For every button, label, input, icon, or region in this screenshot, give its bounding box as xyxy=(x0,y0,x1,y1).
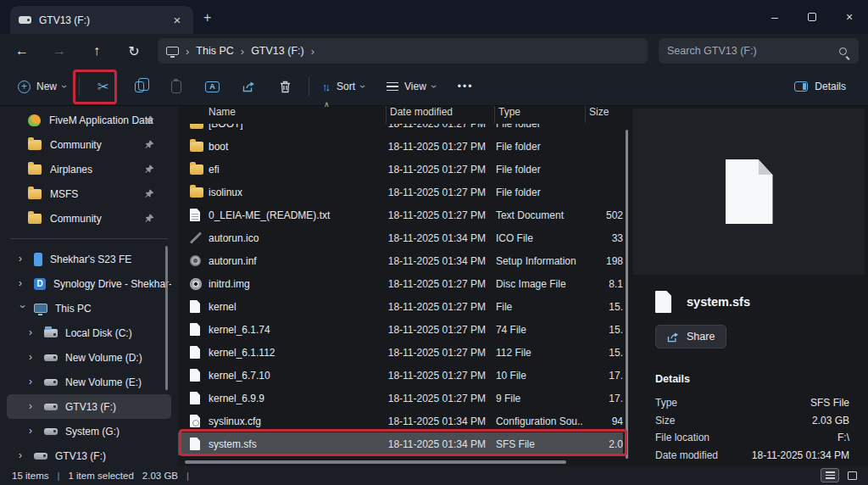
minimize-button[interactable]: – xyxy=(756,0,793,34)
tree-item-local-disk-c[interactable]: ›Local Disk (C:) xyxy=(7,321,171,345)
back-button[interactable]: ← xyxy=(7,37,37,64)
file-row-kernel-6-1-74[interactable]: kernel_6.1.7418-11-2025 01:27 PM74 File1… xyxy=(178,318,623,341)
file-row-efi[interactable]: efi18-11-2025 01:27 PMFile folder xyxy=(178,158,623,181)
folder-icon xyxy=(190,142,209,152)
file-row-syslinux-cfg[interactable]: syslinux.cfg18-11-2025 01:34 PMConfigura… xyxy=(178,410,623,432)
tree-item-new-volume-d[interactable]: ›New Volume (D:) xyxy=(7,345,171,370)
file-row-kernel-6-7-10[interactable]: kernel_6.7.1018-11-2025 01:27 PM10 File1… xyxy=(178,364,623,387)
maximize-button[interactable] xyxy=(793,0,831,34)
chevron-right-icon[interactable]: › xyxy=(29,376,36,387)
sidebar-item-community[interactable]: Community xyxy=(0,206,178,231)
rename-button[interactable]: A xyxy=(194,72,231,101)
refresh-button[interactable]: ↻ xyxy=(119,37,149,64)
copy-button[interactable] xyxy=(121,72,158,101)
tree-item-label: Synology Drive - Shekhar-NA xyxy=(53,278,171,290)
sort-icon: ↑↓ xyxy=(322,81,331,93)
file-name: autorun.ico xyxy=(209,232,385,244)
file-row-kernel-6-9-9[interactable]: kernel_6.9.918-11-2025 01:27 PM9 File17. xyxy=(178,387,623,410)
tree-item-label: GTV13 (F:) xyxy=(65,401,171,413)
close-button[interactable]: × xyxy=(831,0,868,34)
tree-item-synology-drive-shekhar-na[interactable]: ›Synology Drive - Shekhar-NA xyxy=(7,271,171,296)
tree-item-system-g[interactable]: ›System (G:) xyxy=(7,419,171,443)
sidebar-item-community[interactable]: Community xyxy=(0,132,178,157)
view-button[interactable]: View › xyxy=(379,72,443,101)
column-header-name[interactable]: Name xyxy=(178,106,386,123)
chevron-right-icon[interactable]: › xyxy=(19,277,26,289)
tree-item-this-pc[interactable]: ›This PC xyxy=(7,296,171,321)
file-size: 17. xyxy=(582,393,623,404)
file-row-boot[interactable]: boot18-11-2025 01:27 PMFile folder xyxy=(178,135,623,158)
breadcrumb-this-pc[interactable]: This PC xyxy=(196,45,233,57)
file-row-boot[interactable]: [BOOT]18-11-2025 01:27 PMFile folder xyxy=(178,124,623,135)
file-name: syslinux.cfg xyxy=(209,415,385,427)
forward-button[interactable]: → xyxy=(44,37,75,64)
up-button[interactable]: ↑ xyxy=(81,37,112,64)
detail-label: File location xyxy=(655,432,709,443)
tree-item-gtv13-f[interactable]: ›GTV13 (F:) xyxy=(7,394,171,419)
preview-pane: system.sfs Share Details TypeSFS FileSiz… xyxy=(632,106,868,466)
chevron-right-icon[interactable]: › xyxy=(29,400,36,412)
tree-item-shekhar-s-s23-fe[interactable]: ›Shekhar's S23 FE xyxy=(7,247,171,271)
file-row-autorun-ico[interactable]: autorun.ico18-11-2025 01:34 PMICO File33 xyxy=(178,226,623,249)
file-name: kernel_6.9.9 xyxy=(209,393,385,404)
share-label: Share xyxy=(687,331,715,343)
detail-label: Type xyxy=(655,397,677,409)
breadcrumb-gtv13[interactable]: GTV13 (F:) xyxy=(251,45,304,57)
file-row-system-sfs[interactable]: system.sfs18-11-2025 01:34 PMSFS File2.0 xyxy=(178,432,623,455)
share-button[interactable] xyxy=(231,72,267,101)
chevron-down-icon: › xyxy=(358,85,368,88)
large-icons-view-toggle[interactable] xyxy=(843,468,861,482)
sidebar-item-label: Airplanes xyxy=(50,164,178,176)
chevron-right-icon[interactable]: › xyxy=(29,351,36,363)
column-header-size[interactable]: Size xyxy=(585,106,627,123)
details-pane-toggle[interactable]: Details xyxy=(787,72,853,101)
file-size: 15. xyxy=(582,324,623,336)
chevron-right-icon[interactable]: › xyxy=(19,253,26,265)
file-type: 9 File xyxy=(492,393,582,404)
new-button[interactable]: + New › xyxy=(10,72,74,101)
sidebar-item-msfs[interactable]: MSFS xyxy=(0,181,178,206)
toolbar-divider xyxy=(79,77,80,96)
file-icon xyxy=(190,346,209,359)
file-name: initrd.img xyxy=(209,278,385,290)
sidebar-item-airplanes[interactable]: Airplanes xyxy=(0,157,178,181)
tree-item-new-volume-e[interactable]: ›New Volume (E:) xyxy=(7,370,171,394)
file-type: Configuration Sou... xyxy=(492,415,582,427)
file-date-modified: 18-11-2025 01:27 PM xyxy=(385,209,492,221)
column-header-date-modified[interactable]: Date modified xyxy=(386,106,494,123)
cut-button[interactable]: ✂ xyxy=(85,72,121,101)
search-box[interactable]: Search GTV13 (F:) xyxy=(659,38,859,64)
chevron-right-icon[interactable]: › xyxy=(29,326,36,338)
more-options-button[interactable]: ••• xyxy=(450,72,481,101)
file-row-0-leia-me-readme-txt[interactable]: 0_LEIA-ME_(README).txt18-11-2025 01:27 P… xyxy=(178,203,623,226)
sidebar-item-fivem-application-data[interactable]: FiveM Application Data xyxy=(0,108,178,132)
file-row-isolinux[interactable]: isolinux18-11-2025 01:27 PMFile folder xyxy=(178,181,623,203)
address-bar[interactable]: › This PC › GTV13 (F:) › xyxy=(158,38,648,64)
tab-close-icon[interactable]: × xyxy=(170,13,185,27)
sidebar-scrollbar[interactable] xyxy=(165,246,168,390)
tree-item-gtv13-f[interactable]: ›GTV13 (F:) xyxy=(7,443,171,466)
horizontal-scrollbar[interactable] xyxy=(185,460,566,464)
file-name: boot xyxy=(209,141,385,153)
delete-button[interactable] xyxy=(267,72,303,101)
file-row-initrd-img[interactable]: initrd.img18-11-2025 01:27 PMDisc Image … xyxy=(178,272,623,295)
paste-button[interactable] xyxy=(158,72,194,101)
explorer-tab[interactable]: GTV13 (F:) × xyxy=(10,6,193,34)
pin-icon xyxy=(145,140,154,149)
chevron-right-icon[interactable]: › xyxy=(29,425,36,437)
file-rows-viewport: [BOOT]18-11-2025 01:27 PMFile folderboot… xyxy=(178,124,623,456)
vertical-scrollbar[interactable] xyxy=(626,130,628,459)
new-tab-button[interactable]: + xyxy=(203,10,211,25)
sort-button[interactable]: ↑↓ Sort › xyxy=(314,72,372,101)
share-file-button[interactable]: Share xyxy=(655,325,726,348)
chevron-right-icon[interactable]: › xyxy=(19,449,26,461)
file-row-autorun-inf[interactable]: autorun.inf18-11-2025 01:34 PMSetup Info… xyxy=(178,249,623,272)
file-type: File xyxy=(492,301,582,313)
details-view-toggle[interactable] xyxy=(821,468,839,482)
chevron-down-icon[interactable]: › xyxy=(17,304,29,312)
file-row-kernel-6-1-112[interactable]: kernel_6.1.11218-11-2025 01:27 PM112 Fil… xyxy=(178,341,623,364)
file-row-kernel[interactable]: kernel18-11-2025 01:27 PMFile15. xyxy=(178,295,623,318)
search-placeholder: Search GTV13 (F:) xyxy=(667,45,839,57)
column-header-type[interactable]: Type xyxy=(494,106,585,123)
file-date-modified: 18-11-2025 01:27 PM xyxy=(385,164,492,176)
